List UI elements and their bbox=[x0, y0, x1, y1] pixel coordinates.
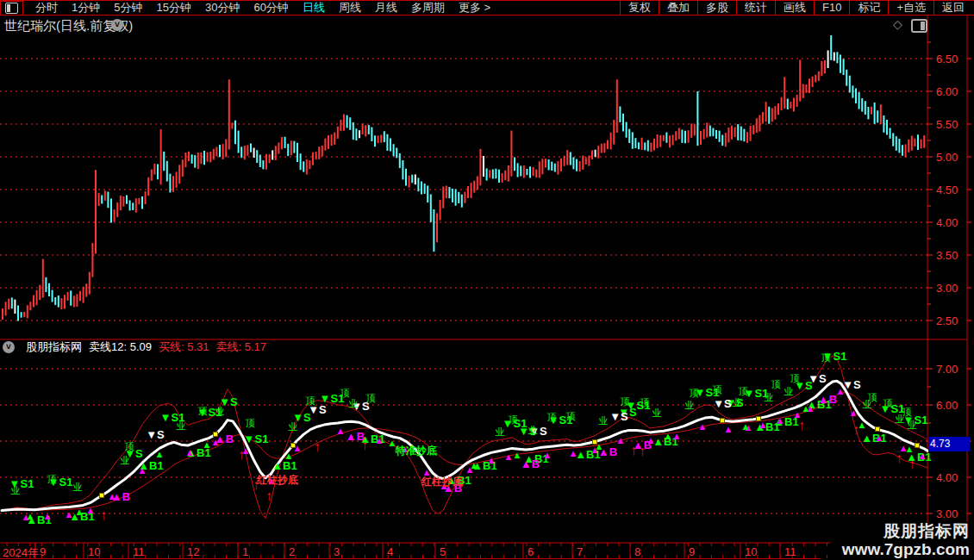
signal-marker-tg: ▲ bbox=[905, 444, 915, 453]
signal-marker-d: 顶 bbox=[306, 395, 315, 405]
main-axis-label: 4.00 bbox=[936, 216, 958, 229]
chevron-down-icon[interactable]: ˅ bbox=[3, 341, 15, 353]
xaxis-month-label: 12 bbox=[187, 545, 199, 558]
main-axis-label: 5.00 bbox=[936, 151, 958, 164]
signal-marker-tm: ▲ bbox=[646, 435, 656, 445]
xaxis-month-label: 11 bbox=[133, 545, 145, 558]
yellow-dot-marker bbox=[213, 432, 218, 437]
indicator-sell12-value: 卖线12: 5.09 bbox=[89, 339, 152, 355]
signal-marker-yg: 业 bbox=[896, 414, 905, 424]
signal-marker-yg: 业 bbox=[289, 421, 298, 431]
signal-annotation: 特准抄底 bbox=[396, 444, 437, 458]
action-button-8[interactable]: 返回 bbox=[933, 1, 972, 15]
chart-canvas[interactable] bbox=[0, 0, 974, 560]
xaxis-month-label: 3 bbox=[334, 545, 340, 558]
watermark-site-name: 股朋指标网 bbox=[842, 522, 970, 540]
signal-marker-s1: ▼S1 bbox=[244, 432, 269, 444]
signal-marker-d: 顶 bbox=[566, 411, 576, 420]
layout-icon bbox=[5, 3, 18, 14]
panel-split-icon[interactable] bbox=[911, 19, 927, 33]
signal-marker-yg: 业 bbox=[863, 400, 872, 409]
chevron-down-icon[interactable]: ˅ bbox=[111, 19, 123, 31]
signal-marker-yg: 业 bbox=[11, 486, 21, 495]
action-button-4[interactable]: 画线 bbox=[775, 1, 814, 15]
period-tab-0[interactable]: 分时 bbox=[28, 0, 65, 16]
signal-marker-tg: ▲ bbox=[470, 461, 479, 470]
signal-marker-yg: 业 bbox=[733, 397, 742, 407]
signal-marker-d: 顶 bbox=[883, 398, 893, 408]
signal-marker-tm: ▲ bbox=[211, 438, 221, 447]
signal-marker-sw: ▼S bbox=[842, 379, 861, 390]
action-button-0[interactable]: 复权 bbox=[620, 1, 659, 15]
diamond-icon[interactable]: ◇ bbox=[893, 17, 902, 31]
action-button-3[interactable]: 统计 bbox=[736, 1, 775, 15]
main-axis-label: 6.00 bbox=[936, 85, 958, 98]
signal-marker-yg: 业 bbox=[215, 407, 225, 416]
signal-marker-tm: ▲ bbox=[86, 506, 96, 515]
signal-marker-d: 顶 bbox=[340, 388, 350, 397]
yellow-dot-marker bbox=[99, 493, 104, 498]
xaxis-month-label: 10 bbox=[88, 545, 100, 558]
signal-marker-tm: ▲ bbox=[43, 512, 53, 521]
signal-marker-ar: ↑ bbox=[639, 445, 646, 458]
action-button-5[interactable]: F10 bbox=[814, 1, 849, 15]
period-tab-2[interactable]: 5分钟 bbox=[107, 0, 149, 16]
action-button-1[interactable]: 叠加 bbox=[659, 1, 697, 15]
main-axis-label: 3.50 bbox=[936, 249, 958, 262]
signal-marker-bm: ▲B bbox=[818, 394, 837, 405]
signal-marker-d: 顶 bbox=[125, 441, 134, 451]
period-tab-5[interactable]: 60分钟 bbox=[247, 0, 295, 16]
xaxis-month-label: 9 bbox=[40, 545, 46, 558]
signal-marker-ar: ↑ bbox=[908, 457, 915, 471]
signal-marker-sw: ▼S bbox=[146, 429, 165, 440]
signal-marker-ar: ↑ bbox=[630, 444, 637, 457]
signal-annotation: 红柱抄底 bbox=[421, 475, 463, 489]
period-tab-1[interactable]: 1分钟 bbox=[65, 0, 107, 16]
period-tab-3[interactable]: 15分钟 bbox=[149, 0, 197, 16]
indicator-buy-value: 买线: 5.31 bbox=[159, 339, 209, 355]
signal-marker-bm: ▲B bbox=[521, 457, 540, 469]
xaxis-month-label: 4 bbox=[387, 545, 393, 558]
signal-marker-yg: 业 bbox=[177, 421, 186, 431]
signal-marker-tm: ▲ bbox=[759, 420, 768, 430]
signal-marker-d: 顶 bbox=[790, 374, 800, 383]
signal-marker-tg: ▲ bbox=[155, 450, 165, 459]
period-tab-9[interactable]: 多周期 bbox=[404, 0, 452, 16]
signal-marker-tm: ▲ bbox=[672, 432, 682, 441]
signal-marker-tg: ▲ bbox=[513, 451, 522, 460]
xaxis-month-label: 8 bbox=[634, 545, 640, 558]
layout-toggle-button[interactable] bbox=[0, 1, 23, 16]
signal-marker-ar: ↑ bbox=[852, 423, 859, 437]
signal-marker-sw: ▼S bbox=[713, 397, 732, 408]
indicator-axis-label: 4.00 bbox=[936, 471, 958, 484]
action-button-2[interactable]: 多股 bbox=[697, 1, 736, 15]
xaxis-month-label: 10 bbox=[745, 545, 757, 558]
signal-marker-tm: ▲ bbox=[138, 466, 147, 476]
signal-marker-tg: ▲ bbox=[75, 507, 84, 517]
signal-marker-tm: ▲ bbox=[776, 415, 785, 425]
yellow-dot-marker bbox=[915, 443, 920, 448]
action-buttons: 复权叠加多股统计画线F10标记+自选返回 bbox=[620, 0, 972, 16]
period-tab-10[interactable]: 更多 > bbox=[452, 0, 497, 16]
signal-marker-ar: ↑ bbox=[100, 508, 107, 522]
signal-marker-yg: 业 bbox=[528, 426, 538, 435]
signal-marker-tg: ▲ bbox=[26, 511, 35, 520]
signal-marker-tm: ▲ bbox=[543, 450, 553, 459]
action-button-6[interactable]: 标记 bbox=[849, 1, 888, 15]
signal-marker-ar: ↑ bbox=[314, 440, 321, 454]
signal-marker-tm: ▲ bbox=[185, 448, 195, 457]
signal-marker-yg: 业 bbox=[765, 392, 774, 401]
sell-line bbox=[2, 356, 927, 519]
signal-marker-tm: ▲ bbox=[336, 426, 346, 435]
signal-marker-tm: ▲ bbox=[375, 435, 384, 445]
top-toolbar: 分时1分钟5分钟15分钟30分钟60分钟日线周线月线多周期更多 > 复权叠加多股… bbox=[0, 0, 974, 16]
signal-marker-tm: ▲ bbox=[698, 422, 708, 432]
period-tab-6[interactable]: 日线 bbox=[296, 0, 332, 16]
period-tab-7[interactable]: 周线 bbox=[332, 0, 368, 16]
xaxis-month-label: 11 bbox=[784, 545, 796, 558]
action-button-7[interactable]: +自选 bbox=[888, 1, 933, 15]
indicator-name: 股朋指标网 bbox=[26, 339, 82, 355]
period-tab-8[interactable]: 月线 bbox=[368, 0, 404, 16]
signal-marker-tm: ▲ bbox=[108, 492, 117, 501]
period-tab-4[interactable]: 30分钟 bbox=[198, 0, 247, 16]
